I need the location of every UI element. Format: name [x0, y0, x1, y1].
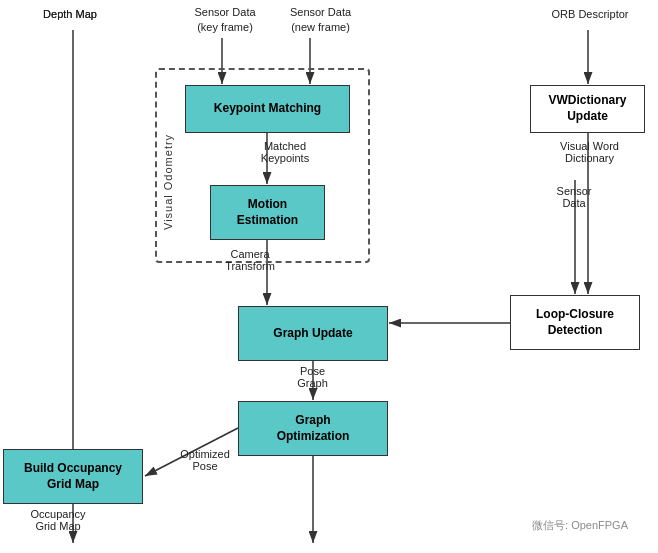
watermark: 微信号: OpenFPGA [532, 518, 628, 533]
vw-dictionary-box: VWDictionaryUpdate [530, 85, 645, 133]
graph-optimization-box: GraphOptimization [238, 401, 388, 456]
sensor-data-label: SensorData [544, 185, 604, 209]
diagram-container: Depth Map Sensor Data(key frame) Sensor … [0, 0, 658, 553]
graph-update-box: Graph Update [238, 306, 388, 361]
visual-odometry-label: Visual Odometry [162, 100, 174, 230]
pose-graph-label: PoseGraph [275, 365, 350, 389]
keypoint-matching-box: Keypoint Matching [185, 85, 350, 133]
optimized-pose-label: OptimizedPose [160, 448, 250, 472]
motion-estimation-box: MotionEstimation [210, 185, 325, 240]
visual-word-dict-label: Visual WordDictionary [532, 140, 647, 164]
occupancy-grid-map-label: OccupancyGrid Map [3, 508, 113, 532]
loop-closure-box: Loop-ClosureDetection [510, 295, 640, 350]
camera-transform-label: CameraTransform [200, 248, 300, 272]
depth-map-label2: Depth Map [35, 8, 105, 20]
sensor-data-new-label: Sensor Data(new frame) [278, 5, 363, 36]
orb-descriptor-label: ORB Descriptor [545, 8, 635, 20]
matched-keypoints-label: MatchedKeypoints [240, 140, 330, 164]
sensor-data-key-label: Sensor Data(key frame) [185, 5, 265, 36]
build-occupancy-box: Build OccupancyGrid Map [3, 449, 143, 504]
